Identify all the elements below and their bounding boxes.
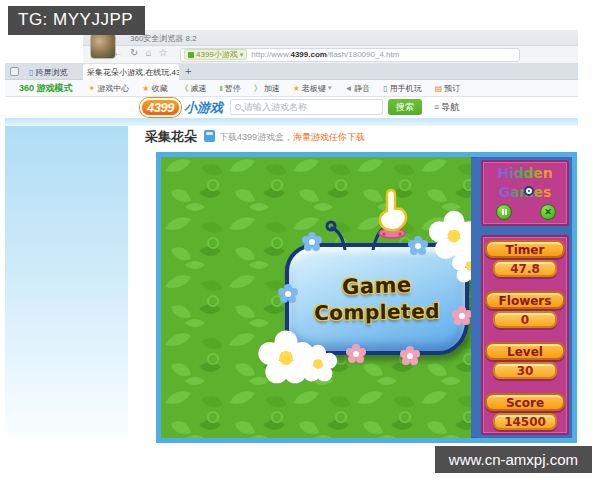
site-header: 4399 小游戏 搜索 ≡导航	[128, 97, 578, 118]
site-identity-badge[interactable]: 4399小游戏 ▾	[184, 49, 247, 60]
refresh-icon[interactable]: ↻	[130, 47, 138, 58]
search-input[interactable]	[244, 102, 378, 112]
pause-icon: ‖	[219, 84, 222, 93]
stat-label: Flowers	[485, 291, 565, 309]
stat-value: 30	[493, 362, 557, 379]
phone-icon: ▯	[29, 68, 33, 77]
download-box-icon	[204, 130, 215, 142]
toolbar-boss-key[interactable]: ★老板键▾	[293, 83, 332, 94]
side-panel-icon[interactable]	[10, 67, 19, 76]
favorite-star-icon[interactable]: ☆	[158, 47, 167, 58]
stat-score: Score 14500	[483, 393, 567, 430]
stat-label: Timer	[485, 240, 565, 258]
hidden-games-logo-panel: Hidden Games ✕	[481, 160, 569, 226]
cart-icon: ▤	[435, 84, 443, 93]
address-bar: ← ↻ ⌂ ☆ 4399小游戏 ▾ http://www.4399.com/fl…	[83, 46, 578, 63]
page-title: 采集花朵	[145, 128, 197, 146]
watermark-top: TG: MYYJJPP	[8, 6, 145, 35]
flower-decoration	[466, 262, 472, 271]
sign-text-line2: Completed	[314, 299, 440, 325]
site-badge-label: 4399小游戏	[196, 49, 238, 60]
stat-label: Score	[485, 393, 565, 411]
game-sidebar: Hidden Games ✕ Timer 47.8	[478, 157, 572, 438]
browser-window: 360安全浏览器 8.2 ← ↻ ⌂ ☆ 4399小游戏 ▾ http://ww…	[5, 30, 578, 443]
stat-timer: Timer 47.8	[483, 240, 567, 277]
flower-decoration	[279, 351, 293, 365]
hamburger-icon: ≡	[434, 102, 439, 112]
screenshot-canvas: TG: MYYJJPP www.cn-amxpj.com 360安全浏览器 8.…	[0, 0, 600, 480]
watermark-bottom: www.cn-amxpj.com	[435, 446, 592, 473]
stat-flowers: Flowers 0	[483, 291, 567, 328]
tab-active-game[interactable]: 采集花朵小游戏,在线玩,4399小游... ×	[83, 64, 179, 80]
flash-game-frame: Game Completed	[156, 152, 577, 443]
pause-button[interactable]	[496, 204, 512, 220]
flower-decoration	[353, 351, 359, 357]
stat-value: 14500	[493, 413, 557, 430]
search-icon	[235, 104, 241, 110]
home-icon[interactable]: ⌂	[145, 47, 151, 58]
tab-cross-screen[interactable]: ▯ 跨屏浏览	[25, 64, 81, 80]
download-link[interactable]: 下载4399游戏盒，海量游戏任你下载	[219, 131, 365, 144]
hand-cursor-icon	[372, 187, 412, 239]
game-mode-label: 360 游戏模式	[19, 82, 73, 95]
target-icon	[524, 186, 534, 196]
browser-titlebar: 360安全浏览器 8.2	[83, 30, 578, 46]
toolbar-preorder[interactable]: ▤预订	[435, 83, 461, 94]
toolbar-pause[interactable]: ‖暂停	[219, 83, 240, 94]
flower-decoration	[448, 230, 461, 243]
site-logo[interactable]: 4399 小游戏	[140, 98, 223, 117]
flower-decoration	[415, 243, 421, 249]
logo-4399: 4399	[140, 98, 181, 117]
url-text: http://www.4399.com/flash/180090_4.htm	[251, 50, 399, 59]
header-divider-strip	[5, 118, 578, 126]
toolbar-speed-up[interactable]: 》加速	[254, 83, 280, 94]
flower-decoration	[309, 239, 315, 245]
mobile-icon: ▯	[383, 84, 387, 93]
hidden-games-logo-line1: Hidden	[483, 162, 567, 181]
game-field[interactable]: Game Completed	[161, 157, 471, 438]
flower-decoration	[459, 313, 465, 319]
stat-label: Level	[485, 342, 565, 360]
url-field[interactable]: 4399小游戏 ▾ http://www.4399.com/flash/1800…	[180, 48, 520, 62]
game-title-row: 采集花朵 下载4399游戏盒，海量游戏任你下载	[128, 126, 578, 150]
content-area: 4399 小游戏 搜索 ≡导航 采集花朵 下载4399游戏盒，海量游戏	[128, 97, 578, 443]
key-icon: ★	[293, 84, 300, 93]
sign-text-line1: Game	[342, 273, 412, 299]
toolbar-play-on-phone[interactable]: ▯用手机玩	[383, 83, 421, 94]
rewind-icon: 《	[180, 83, 188, 94]
flower-decoration	[407, 353, 413, 359]
web-page: 4399 小游戏 搜索 ≡导航 采集花朵 下载4399游戏盒，海量游戏	[5, 97, 578, 443]
toolbar-game-center[interactable]: ✦游戏中心	[89, 83, 130, 94]
game-mode-toolbar: 360 游戏模式 ✦游戏中心 ★收藏 《减速 ‖暂停 》加速 ★老板键▾ ◄静音…	[5, 80, 578, 97]
toolbar-favorites[interactable]: ★收藏	[142, 83, 167, 94]
chevron-down-icon: ▾	[328, 84, 332, 92]
stat-value: 0	[493, 311, 557, 328]
flower-decoration	[313, 359, 323, 369]
toolbar-mute[interactable]: ◄静音	[344, 83, 370, 94]
star-icon: ★	[142, 84, 149, 93]
search-box	[230, 99, 383, 115]
logo-xiaoyouxi: 小游戏	[184, 99, 223, 117]
flower-decoration	[285, 291, 291, 297]
stat-level: Level 30	[483, 342, 567, 379]
fast-forward-icon: 》	[254, 83, 262, 94]
tab-bar: ▯ 跨屏浏览 采集花朵小游戏,在线玩,4399小游... × +	[5, 63, 578, 80]
game-completed-sign: Game Completed	[285, 243, 469, 355]
avatar[interactable]	[90, 33, 116, 59]
new-tab-button[interactable]: +	[185, 65, 191, 78]
stats-panel: Timer 47.8 Flowers 0 Level 30	[481, 235, 569, 435]
badge-caret-icon: ▾	[240, 51, 244, 59]
speaker-icon: ◄	[344, 84, 352, 93]
security-badge-icon	[188, 52, 194, 58]
stat-value: 47.8	[493, 260, 557, 277]
game-center-icon: ✦	[89, 84, 96, 93]
sound-button[interactable]: ✕	[540, 204, 556, 220]
toolbar-slow-down[interactable]: 《减速	[180, 83, 206, 94]
nav-menu[interactable]: ≡导航	[434, 101, 459, 114]
search-button[interactable]: 搜索	[388, 99, 422, 115]
